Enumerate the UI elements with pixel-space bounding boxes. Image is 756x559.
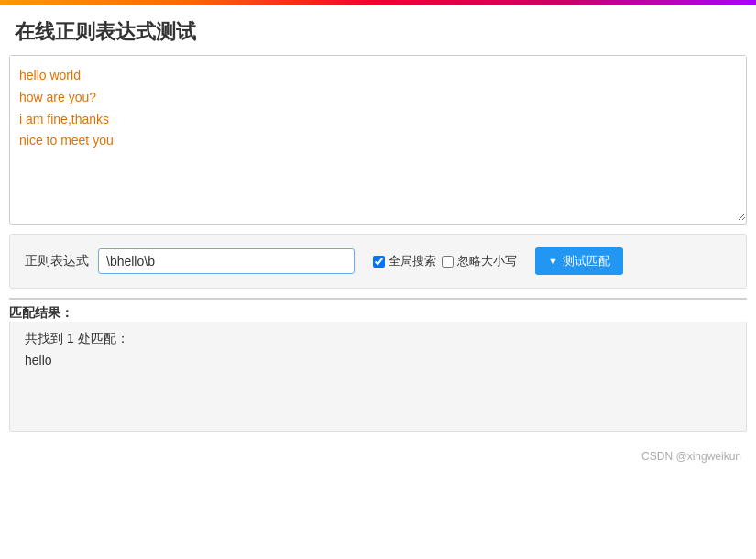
options-area: 全局搜索 忽略大小写 [373,253,517,269]
result-match: hello [25,353,731,367]
result-header-label: 匹配结果： [9,305,73,322]
chevron-down-icon: ▼ [548,256,558,267]
text-input-section: hello world how are you? i am fine,thank… [9,55,747,225]
result-label-line: 匹配结果： [9,305,747,322]
regex-section: 正则表达式 全局搜索 忽略大小写 ▼ 测试匹配 [9,234,747,289]
page-title: 在线正则表达式测试 [0,5,756,55]
result-divider: 匹配结果： [9,298,747,322]
footer-credit: CSDN @xingweikun [0,441,756,472]
global-search-checkbox[interactable] [373,256,385,268]
regex-label: 正则表达式 [25,253,89,269]
regex-input[interactable] [98,248,355,274]
global-search-label[interactable]: 全局搜索 [373,253,436,269]
ignore-case-label[interactable]: 忽略大小写 [442,253,517,269]
result-count: 共找到 1 处匹配： [25,331,731,347]
result-header-wrapper: 匹配结果： [9,298,747,322]
result-section: 共找到 1 处匹配： hello [9,322,747,432]
test-match-button[interactable]: ▼ 测试匹配 [535,247,623,275]
text-input[interactable]: hello world how are you? i am fine,thank… [10,56,746,221]
ignore-case-checkbox[interactable] [442,256,454,268]
